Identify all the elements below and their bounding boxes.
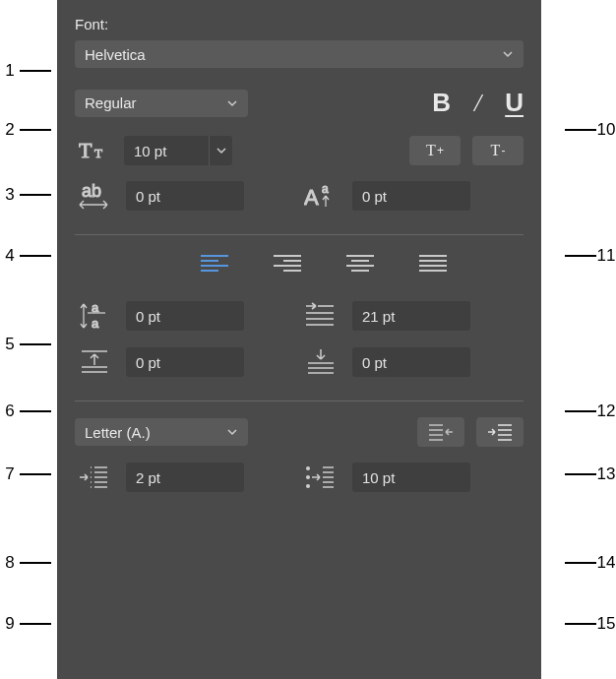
baseline-icon: Aa <box>301 181 340 211</box>
alignment-group <box>75 251 524 278</box>
decrease-indent-button[interactable] <box>417 417 464 447</box>
font-label: Font: <box>75 16 524 32</box>
tracking-value: 0 pt <box>136 188 160 205</box>
first-line-indent-icon <box>301 302 340 330</box>
text-indent-field[interactable]: 2 pt <box>126 463 244 492</box>
first-line-indent-value: 21 pt <box>362 308 395 325</box>
decrease-font-button[interactable]: T- <box>472 136 524 165</box>
underline-button[interactable]: U <box>505 88 524 118</box>
callout-6: 6 <box>0 401 51 421</box>
line-spacing-value: 0 pt <box>136 308 160 325</box>
align-center-button[interactable] <box>343 251 377 278</box>
text-indent-icon <box>75 463 114 491</box>
svg-text:T: T <box>79 138 92 162</box>
svg-point-54 <box>307 485 310 488</box>
font-size-stepper[interactable] <box>209 136 232 165</box>
font-weight-value: Regular <box>85 94 226 111</box>
increase-indent-button[interactable] <box>476 417 524 447</box>
chevron-down-icon <box>226 97 238 109</box>
space-after-value: 0 pt <box>362 354 387 371</box>
align-left-button[interactable] <box>198 251 231 278</box>
callout-5: 5 <box>0 335 51 354</box>
space-before-icon <box>75 347 114 377</box>
text-indent-value: 2 pt <box>136 469 160 486</box>
first-line-indent-field[interactable]: 21 pt <box>352 301 470 331</box>
divider <box>75 234 524 235</box>
callout-13: 13 <box>565 464 616 484</box>
tracking-field[interactable]: 0 pt <box>126 181 244 211</box>
font-size-value: 10 pt <box>134 143 166 159</box>
callout-14: 14 <box>565 553 616 573</box>
callout-1: 1 <box>0 61 51 81</box>
svg-text:a: a <box>322 182 329 196</box>
callout-15: 15 <box>565 614 616 634</box>
line-spacing-icon: aa <box>75 300 114 332</box>
font-weight-dropdown[interactable]: Regular <box>75 90 248 117</box>
space-after-field[interactable]: 0 pt <box>352 347 470 377</box>
list-style-dropdown[interactable]: Letter (A.) <box>75 418 248 446</box>
svg-text:ab: ab <box>82 181 101 201</box>
italic-button[interactable]: / <box>474 89 481 118</box>
bold-button[interactable]: B <box>432 88 451 118</box>
font-size-icon: TT <box>75 138 114 163</box>
bullet-indent-value: 10 pt <box>362 469 395 486</box>
svg-text:a: a <box>92 316 99 331</box>
text-panel: Font: Helvetica Regular B / U TT 10 pt <box>57 0 541 679</box>
callout-3: 3 <box>0 185 51 205</box>
chevron-down-icon <box>226 426 238 438</box>
svg-text:A: A <box>304 185 319 210</box>
callout-8: 8 <box>0 553 51 573</box>
list-style-value: Letter (A.) <box>85 424 226 441</box>
svg-point-53 <box>307 476 310 479</box>
callout-10: 10 <box>565 120 616 140</box>
space-after-icon <box>301 347 340 377</box>
font-family-dropdown[interactable]: Helvetica <box>75 40 524 68</box>
increase-font-button[interactable]: T+ <box>409 136 461 165</box>
align-right-button[interactable] <box>271 251 304 278</box>
align-justify-button[interactable] <box>416 251 450 278</box>
space-before-field[interactable]: 0 pt <box>126 347 244 377</box>
callout-2: 2 <box>0 120 51 140</box>
chevron-down-icon <box>502 48 514 60</box>
font-family-value: Helvetica <box>85 46 502 63</box>
baseline-value: 0 pt <box>362 188 387 205</box>
callout-7: 7 <box>0 464 51 484</box>
callout-11: 11 <box>565 246 616 266</box>
callout-12: 12 <box>565 401 616 421</box>
bullet-indent-icon <box>301 463 340 491</box>
divider <box>75 401 524 401</box>
font-size-field[interactable]: 10 pt <box>124 136 232 165</box>
svg-text:T: T <box>94 146 102 160</box>
space-before-value: 0 pt <box>136 354 160 371</box>
bullet-indent-field[interactable]: 10 pt <box>352 463 470 492</box>
tracking-icon: ab <box>75 181 114 211</box>
callout-4: 4 <box>0 246 51 266</box>
svg-point-52 <box>307 467 310 470</box>
callout-9: 9 <box>0 614 51 634</box>
line-spacing-field[interactable]: 0 pt <box>126 301 244 331</box>
text-style-group: B / U <box>432 88 524 118</box>
baseline-field[interactable]: 0 pt <box>352 181 470 211</box>
